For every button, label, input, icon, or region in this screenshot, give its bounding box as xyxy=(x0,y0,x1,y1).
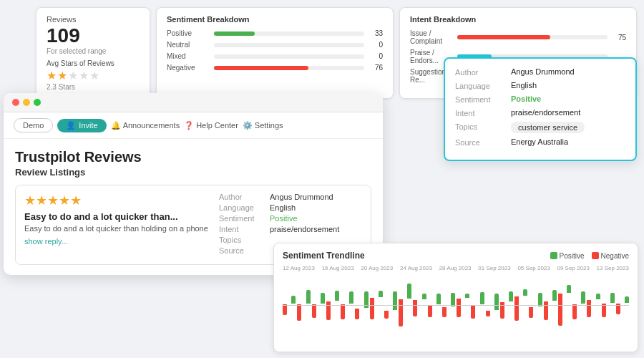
bar-negative-4 xyxy=(341,304,345,319)
bar-positive-12 xyxy=(465,294,469,298)
meta-sentiment-label: Sentiment xyxy=(219,214,265,223)
window-bar xyxy=(4,93,383,112)
meta-language-value: English xyxy=(270,203,296,212)
meta-topics-label: Topics xyxy=(219,236,265,244)
bars-container xyxy=(283,273,629,337)
invite-button[interactable]: 👤 Invite xyxy=(57,119,106,132)
bar-negative-13 xyxy=(471,305,475,319)
bar-positive-19 xyxy=(567,285,571,293)
chart-label-1: 16 Aug 2023 xyxy=(322,265,354,271)
detail-sentiment-value: Positive xyxy=(511,95,541,103)
window-close-dot[interactable] xyxy=(12,99,19,106)
reviews-card-title: Reviews xyxy=(47,15,140,24)
window-minimize-dot[interactable] xyxy=(23,99,30,106)
announcements-icon: 🔔 xyxy=(111,121,121,130)
invite-icon: 👤 xyxy=(66,121,76,130)
bar-negative-1 xyxy=(297,304,301,321)
avg-stars-label: Avg Stars of Reviews xyxy=(47,59,140,67)
meta-author-value: Angus Drummond xyxy=(270,193,333,201)
detail-intent-row: Intent praise/endorsement xyxy=(455,108,625,117)
bar-positive-22 xyxy=(610,293,615,303)
detail-language-label: Language xyxy=(455,81,505,90)
bar-negative-2 xyxy=(312,304,316,318)
intent-issue-label: Issue / Complaint xyxy=(410,29,453,45)
bar-positive-6 xyxy=(379,291,383,297)
sentiment-negative-label: Negative xyxy=(167,64,210,72)
bar-negative-11 xyxy=(442,307,447,317)
sentiment-card: Sentiment Breakdown Positive 33 Neutral … xyxy=(156,7,394,99)
intent-issue-track xyxy=(457,35,608,39)
nav-bar: Demo 👤 Invite 🔔 Announcements ❓ Help Cen… xyxy=(4,112,383,139)
bar-positive-3 xyxy=(335,291,339,301)
meta-source-label: Source xyxy=(219,246,265,255)
detail-topic-badge: customer service xyxy=(511,122,585,133)
sentiment-negative-track xyxy=(214,66,364,70)
bar-positive-8 xyxy=(407,284,411,299)
bar-negative-19 xyxy=(558,294,562,326)
bar-negative-10 xyxy=(428,305,432,317)
detail-sentiment-row: Sentiment Positive xyxy=(455,95,625,104)
detail-intent-label: Intent xyxy=(455,108,505,117)
sentiment-positive-val: 33 xyxy=(369,29,383,37)
sentiment-positive-row: Positive 33 xyxy=(167,29,383,37)
review-title: Easy to do and a lot quicker than... xyxy=(24,211,210,222)
bar-positive-17 xyxy=(538,293,542,306)
reviews-count: 109 xyxy=(47,25,140,47)
trendline-header: Sentiment Trendline Positive Negative xyxy=(283,251,629,261)
bar-negative-17 xyxy=(529,307,533,318)
detail-topics-row: Topics customer service xyxy=(455,122,625,133)
trendline-legend: Positive Negative xyxy=(550,252,629,260)
bar-negative-16 xyxy=(514,296,519,321)
bar-negative-9 xyxy=(413,300,417,316)
detail-sentiment-label: Sentiment xyxy=(455,95,505,104)
window-fullscreen-dot[interactable] xyxy=(34,99,41,106)
bar-negative-8 xyxy=(399,299,403,326)
sentiment-neutral-val: 0 xyxy=(369,41,383,49)
meta-author-row: Author Angus Drummond xyxy=(219,193,362,201)
demo-button[interactable]: Demo xyxy=(14,118,53,132)
bar-negative-21 xyxy=(587,300,591,317)
chart-area xyxy=(283,273,629,344)
bar-positive-1 xyxy=(306,290,311,304)
intent-issue-row: Issue / Complaint 75 xyxy=(410,29,626,45)
announcements-label: Announcements xyxy=(123,121,180,130)
bar-positive-15 xyxy=(509,291,513,301)
detail-card: Author Angus Drummond Language English S… xyxy=(444,57,637,161)
settings-link[interactable]: ⚙️ Settings xyxy=(243,121,283,130)
chart-label-3: 24 Aug 2023 xyxy=(400,265,432,271)
bar-positive-23 xyxy=(625,296,629,303)
trendline-card: Sentiment Trendline Positive Negative 12… xyxy=(273,243,638,352)
sentiment-title: Sentiment Breakdown xyxy=(167,15,383,24)
bar-positive-14 xyxy=(494,294,499,310)
meta-intent-label: Intent xyxy=(219,225,265,233)
sentiment-neutral-row: Neutral 0 xyxy=(167,41,383,49)
bar-positive-7 xyxy=(393,291,397,310)
meta-sentiment-row: Sentiment Positive xyxy=(219,214,362,223)
bar-positive-10 xyxy=(436,294,441,304)
help-center-link[interactable]: ❓ Help Center xyxy=(184,121,238,130)
detail-intent-value: praise/endorsement xyxy=(511,108,580,117)
bar-negative-12 xyxy=(457,299,461,317)
chart-label-2: 20 Aug 2023 xyxy=(361,265,393,271)
sentiment-mixed-label: Mixed xyxy=(167,52,210,60)
bar-negative-7 xyxy=(384,311,389,319)
review-left: ★★★★★ Easy to do and a lot quicker than.… xyxy=(24,193,210,257)
bar-negative-14 xyxy=(486,311,490,316)
meta-intent-value: praise/endorsement xyxy=(270,225,339,233)
bar-positive-21 xyxy=(596,294,600,299)
settings-label: Settings xyxy=(255,121,283,130)
legend-negative-label: Negative xyxy=(601,252,629,260)
help-icon: ❓ xyxy=(184,121,194,130)
bar-positive-20 xyxy=(581,291,585,304)
legend-positive-label: Positive xyxy=(560,252,585,260)
trendline-title: Sentiment Trendline xyxy=(283,251,365,261)
sentiment-negative-val: 76 xyxy=(369,64,383,72)
announcements-link[interactable]: 🔔 Announcements xyxy=(111,121,180,130)
show-reply-link[interactable]: show reply... xyxy=(24,237,210,246)
chart-label-0: 12 Aug 2023 xyxy=(283,265,315,271)
legend-negative-dot xyxy=(592,252,599,259)
help-label: Help Center xyxy=(196,121,238,130)
chart-baseline xyxy=(283,305,629,306)
invite-label: Invite xyxy=(79,121,97,130)
review-body: Easy to do and a lot quicker than holdin… xyxy=(24,224,210,233)
